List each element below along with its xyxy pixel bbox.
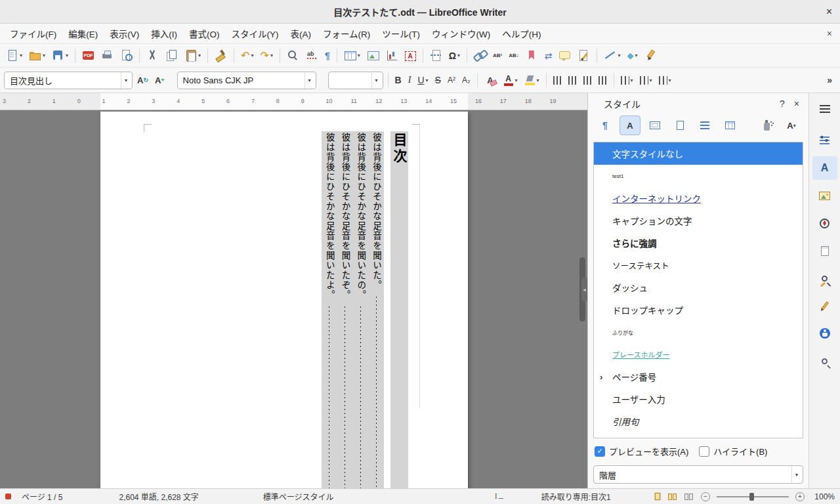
toc-entry-text[interactable]: 彼は背後にひそかな足音を聞いたの。 [356, 133, 366, 300]
formatting-marks-button[interactable]: ¶ [322, 49, 333, 62]
copy-button[interactable] [163, 47, 180, 64]
toc-heading-field[interactable]: 目次 [390, 131, 408, 488]
deck-accessibility-check[interactable] [812, 322, 837, 345]
menu-item[interactable]: ヘルプ(H) [496, 24, 547, 43]
save-button[interactable]: ▾ [49, 47, 71, 64]
cut-button[interactable] [144, 47, 161, 64]
deck-style-inspector[interactable] [812, 266, 837, 290]
menu-item[interactable]: フォーム(R) [317, 24, 376, 43]
export-pdf-button[interactable] [79, 47, 97, 64]
update-style-button[interactable]: A↻ [135, 74, 151, 87]
align-left-button[interactable] [551, 74, 564, 87]
subscript-button[interactable]: A₂ [459, 74, 473, 86]
toc-heading-text[interactable]: 目次 [392, 133, 406, 165]
sidebar-close-button[interactable]: × [794, 98, 799, 109]
font-size-combobox[interactable]: ▾ [328, 72, 383, 89]
line-spacing-button[interactable]: ▾ [618, 74, 636, 87]
style-list-item[interactable]: › 文字スタイルなし [594, 142, 803, 165]
clear-formatting-button[interactable]: A [482, 72, 499, 89]
expand-icon[interactable]: › [600, 372, 602, 382]
basic-shapes-button[interactable]: ◆▾ [625, 49, 640, 62]
dropdown-arrow-icon[interactable]: ▾ [251, 52, 253, 58]
tab-list-styles[interactable] [694, 116, 715, 135]
page-style-indicator[interactable]: 標準ページスタイル [263, 491, 334, 502]
window-close-button[interactable]: × [826, 6, 832, 18]
dropdown-arrow-icon[interactable]: ▾ [635, 52, 638, 58]
dropdown-arrow-icon[interactable]: ▾ [358, 52, 360, 58]
insert-line-button[interactable]: ▾ [601, 47, 623, 64]
dropdown-arrow-icon[interactable]: ▾ [43, 52, 45, 58]
fill-format-mode-button[interactable] [756, 116, 777, 135]
word-count[interactable]: 2,604 単語, 2,628 文字 [119, 491, 198, 502]
tab-frame-styles[interactable] [644, 116, 665, 135]
multi-page-view-button[interactable] [667, 493, 678, 501]
insert-text-box-button[interactable] [402, 48, 419, 63]
menu-item[interactable]: スタイル(Y) [226, 24, 285, 43]
style-list-item[interactable]: › キャプションの文字 [594, 209, 803, 232]
dropdown-arrow-icon[interactable]: ▾ [371, 72, 381, 89]
spelling-button[interactable] [303, 47, 321, 64]
align-right-button[interactable] [581, 74, 595, 87]
paragraph-style-combobox[interactable]: 目次見出し ▾ [4, 72, 133, 89]
dropdown-arrow-icon[interactable]: ▾ [426, 77, 429, 83]
dropdown-arrow-icon[interactable]: ▾ [515, 77, 518, 83]
insert-endnote-button[interactable]: AB↓ [506, 51, 522, 60]
book-view-button[interactable] [683, 493, 694, 501]
menu-item[interactable]: 表(A) [285, 24, 318, 43]
font-name-combobox[interactable]: Noto Sans CJK JP ▾ [177, 72, 316, 89]
dropdown-arrow-icon[interactable]: ▾ [198, 52, 201, 58]
new-style-from-selection-button[interactable]: A▾ [781, 116, 802, 135]
zoom-slider[interactable] [717, 496, 789, 497]
strikethrough-button[interactable]: S [432, 74, 444, 87]
sidebar-help-button[interactable]: ? [780, 98, 785, 109]
dropdown-arrow-icon[interactable]: ▾ [650, 77, 652, 83]
zoom-out-button[interactable]: − [701, 492, 710, 501]
find-and-replace-button[interactable] [284, 47, 302, 64]
sidebar-settings-button[interactable] [812, 97, 837, 121]
page-indicator[interactable]: ページ 1 / 5 [22, 491, 62, 502]
highlight-checkbox[interactable]: ハイライト(B) [699, 445, 767, 457]
toc-entry[interactable]: 彼は背後にひそかな足音を聞いたよ。 [322, 133, 337, 488]
menu-item[interactable]: ツール(T) [376, 24, 426, 43]
print-preview-button[interactable] [117, 47, 135, 64]
menu-item[interactable]: 挿入(I) [145, 24, 183, 43]
insert-image-button[interactable] [364, 47, 382, 64]
dropdown-arrow-icon[interactable]: ▾ [793, 123, 796, 129]
toc-entry[interactable]: 彼は背後にひそかな足音を聞いたの。 [353, 133, 369, 488]
tab-character-styles[interactable]: A [620, 116, 640, 135]
print-button[interactable] [98, 47, 116, 64]
new-document-button[interactable]: ▾ [3, 47, 25, 64]
deck-styles[interactable]: A [812, 156, 837, 180]
toolbar-overflow-button[interactable]: » [827, 75, 837, 85]
new-style-button[interactable]: A+ [152, 74, 167, 87]
tab-table-styles[interactable] [719, 116, 740, 135]
insert-footnote-button[interactable]: AB¹ [490, 51, 505, 60]
insert-comment-button[interactable] [556, 47, 574, 64]
track-changes-button[interactable] [575, 47, 593, 64]
dropdown-arrow-icon[interactable]: ▾ [537, 77, 539, 83]
toc-entry-text[interactable]: 彼は背後にひそかな足音を聞いたぞ。 [341, 133, 350, 300]
show-draw-functions-button[interactable] [642, 47, 660, 64]
zoom-level[interactable]: 100% [811, 492, 835, 501]
clone-formatting-button[interactable] [212, 47, 230, 64]
style-list-item[interactable]: › インターネットリンク [594, 187, 803, 209]
dropdown-arrow-icon[interactable]: ▾ [121, 72, 131, 89]
dropdown-arrow-icon[interactable]: ▾ [669, 77, 671, 83]
horizontal-ruler[interactable]: 321012345678910111213141516171819 [0, 93, 587, 110]
insert-special-character-button[interactable]: Ω▾ [446, 49, 463, 62]
toc-entry-text[interactable]: 彼は背後にひそかな足音を聞いたよ。 [325, 133, 334, 300]
deck-navigator[interactable] [812, 211, 837, 235]
style-list-item[interactable]: › ページ番号 [594, 366, 803, 388]
style-list-item[interactable]: › ドロップキャップ [594, 299, 803, 321]
insert-hyperlink-button[interactable] [471, 47, 489, 64]
insert-page-break-button[interactable] [427, 47, 445, 64]
font-color-button[interactable]: A▾ [501, 72, 520, 88]
style-filter-dropdown[interactable]: 階層 ▾ [593, 465, 803, 484]
align-center-button[interactable] [566, 74, 579, 87]
dropdown-arrow-icon[interactable]: ▾ [270, 52, 273, 58]
superscript-button[interactable]: A² [445, 74, 458, 86]
style-list-item[interactable]: › 引用句 [594, 410, 803, 432]
dropdown-arrow-icon[interactable]: ▾ [20, 52, 22, 58]
dropdown-arrow-icon[interactable]: ▾ [791, 466, 801, 483]
style-list-item[interactable]: › プレースホルダー [594, 343, 803, 366]
